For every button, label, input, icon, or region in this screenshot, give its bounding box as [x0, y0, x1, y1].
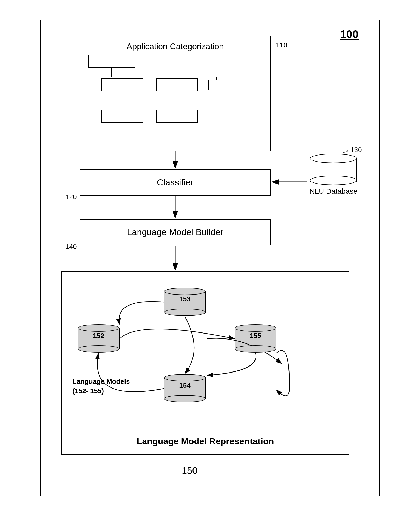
lmb-label: Language Model Builder	[127, 227, 224, 237]
bracket-130	[343, 150, 348, 152]
cylinder-152: 152	[78, 324, 120, 353]
nlu-label: NLU Database	[307, 187, 360, 196]
cyl-154-top	[164, 374, 206, 381]
lang-models-text2: (152- 155)	[72, 387, 104, 395]
cyl-155-label: 155	[235, 332, 276, 340]
label-130: 130	[350, 146, 362, 154]
cyl-154-label: 154	[164, 381, 206, 390]
label-120: 120	[65, 193, 77, 201]
label-110: 110	[276, 41, 287, 49]
cyl-154-bottom	[164, 395, 206, 402]
classifier-box: Classifier	[80, 169, 271, 196]
app-categorization-box: Application Categorization ...	[80, 36, 271, 151]
lmr-title: Language Model Representation	[62, 436, 349, 446]
tree-connectors	[80, 36, 270, 151]
app-categorization-title: Application Categorization	[80, 42, 270, 51]
language-models-label: Language Models (152- 155)	[72, 377, 130, 396]
figure-number: 100	[340, 28, 359, 41]
label-150: 150	[182, 465, 197, 476]
cyl-155-bottom	[235, 345, 276, 353]
language-model-builder-box: Language Model Builder	[80, 219, 271, 245]
cyl-152-bottom	[78, 345, 120, 353]
lmr-box: 153 152 155 154	[61, 271, 349, 455]
lang-models-text1: Language Models	[72, 378, 130, 385]
cylinder-155: 155	[235, 324, 276, 353]
cyl-153-bottom	[164, 309, 206, 316]
cylinder-154: 154	[164, 374, 206, 402]
svg-line-3	[135, 68, 154, 77]
tree-leaf2-rect	[156, 110, 198, 123]
classifier-label: Classifier	[157, 177, 194, 187]
label-140: 140	[65, 243, 77, 251]
tree-ellipsis-rect: ...	[208, 80, 224, 90]
nlu-cylinder	[310, 154, 357, 185]
cyl-152-label: 152	[78, 332, 120, 340]
tree-root-rect	[88, 55, 135, 68]
tree-leaf1-rect	[101, 110, 143, 123]
cylinder-bottom	[310, 176, 357, 185]
page: 100 Application Categorization ...	[0, 0, 420, 505]
cylinder-153: 153	[164, 288, 206, 316]
cyl-155-top	[235, 324, 276, 332]
cyl-153-label: 153	[164, 295, 206, 303]
tree-child2-rect	[156, 78, 198, 91]
nlu-database-container: 130 NLU Database	[307, 154, 360, 196]
cyl-152-top	[78, 324, 120, 332]
cyl-153-top	[164, 288, 206, 295]
diagram-container: 100 Application Categorization ...	[40, 20, 380, 496]
tree-child1-rect	[101, 78, 143, 91]
cylinder-top	[310, 154, 357, 163]
